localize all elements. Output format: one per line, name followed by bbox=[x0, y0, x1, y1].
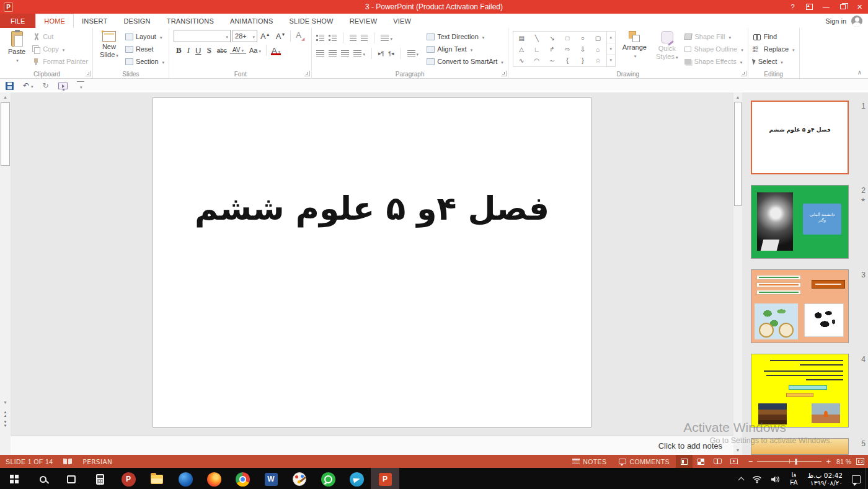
shape-item[interactable]: ▢ bbox=[595, 35, 601, 42]
tab-home[interactable]: HOME bbox=[35, 14, 74, 28]
thumb-scroll-up-arrow[interactable]: ▲ bbox=[733, 92, 742, 102]
justify-button[interactable] bbox=[353, 50, 365, 57]
align-text-button[interactable]: Align Text bbox=[427, 43, 503, 55]
grow-font-button[interactable]: A▲ bbox=[258, 32, 273, 41]
task-view-button[interactable] bbox=[57, 468, 86, 489]
shape-effects-button[interactable]: Shape Effects bbox=[684, 56, 743, 67]
volume-tray-button[interactable] bbox=[766, 468, 785, 489]
thumbnail-slide-2[interactable]: دانشمند آلمانی وگنر 2 ★ bbox=[742, 185, 868, 260]
fit-slide-to-window-button[interactable] bbox=[856, 458, 864, 465]
close-button[interactable]: ✕ bbox=[851, 0, 868, 14]
calculator-taskbar-button[interactable] bbox=[86, 468, 114, 489]
start-slideshow-button[interactable] bbox=[58, 83, 68, 89]
numbering-button[interactable] bbox=[329, 35, 337, 41]
sign-in-link[interactable]: Sign in bbox=[825, 17, 846, 25]
file-explorer-taskbar-button[interactable] bbox=[143, 468, 171, 489]
tab-transitions[interactable]: TRANSITIONS bbox=[159, 14, 222, 28]
layout-button[interactable]: Layout bbox=[125, 31, 164, 42]
new-slide-button[interactable]: New Slide bbox=[97, 30, 121, 69]
thumb-scrollbar-thumb[interactable] bbox=[734, 102, 742, 206]
blue-globe-app-taskbar-button[interactable] bbox=[171, 468, 200, 489]
font-dialog-launcher[interactable] bbox=[304, 71, 310, 76]
reading-view-button[interactable] bbox=[709, 455, 726, 468]
change-case-button[interactable]: Aa bbox=[247, 47, 264, 54]
slideshow-view-button[interactable] bbox=[726, 455, 743, 468]
align-right-button[interactable] bbox=[341, 50, 349, 56]
shape-item[interactable]: ⌂ bbox=[596, 46, 600, 53]
next-slide-button[interactable]: ▼ ▼ bbox=[0, 420, 11, 428]
tab-insert[interactable]: INSERT bbox=[74, 14, 115, 28]
telegram-taskbar-button[interactable] bbox=[342, 468, 371, 489]
shape-item[interactable]: ↘ bbox=[549, 35, 554, 42]
align-left-button[interactable] bbox=[316, 50, 324, 56]
tab-review[interactable]: REVIEW bbox=[342, 14, 386, 28]
underline-button[interactable]: U bbox=[193, 46, 203, 55]
previous-slide-button[interactable]: ▲ ▲ bbox=[0, 410, 11, 418]
shape-item[interactable]: □ bbox=[565, 35, 569, 42]
thumb-scroll-down-arrow[interactable]: ▼ bbox=[733, 446, 742, 455]
slide-counter[interactable]: SLIDE 1 OF 14 bbox=[6, 458, 53, 465]
convert-smartart-button[interactable]: Convert to SmartArt bbox=[427, 56, 503, 67]
shapes-scroll-up[interactable]: ▲ bbox=[607, 32, 615, 43]
arrange-button[interactable]: Arrange bbox=[620, 30, 649, 69]
restore-button[interactable] bbox=[835, 0, 851, 14]
undo-button[interactable]: ↶ bbox=[23, 81, 33, 90]
reset-button[interactable]: Reset bbox=[125, 43, 164, 55]
clipboard-dialog-launcher[interactable] bbox=[86, 71, 91, 76]
search-button[interactable] bbox=[29, 468, 57, 489]
bold-button[interactable]: B bbox=[174, 45, 184, 55]
font-size-combobox[interactable]: 28+ bbox=[232, 30, 257, 42]
powerpoint-taskbar-button[interactable] bbox=[371, 468, 399, 489]
shape-item[interactable]: ∿ bbox=[519, 57, 524, 64]
align-center-button[interactable] bbox=[329, 50, 337, 56]
shape-item[interactable]: ⇩ bbox=[580, 46, 585, 53]
thumbnail-slide-1[interactable]: فصل ۴و ۵ علوم ششم 1 bbox=[742, 101, 868, 176]
whatsapp-taskbar-button[interactable] bbox=[314, 468, 342, 489]
shape-item[interactable]: { bbox=[566, 57, 568, 64]
zoom-out-button[interactable]: − bbox=[748, 459, 753, 465]
shapes-scroll-down[interactable]: ▼ bbox=[607, 43, 615, 55]
zoom-slider-thumb[interactable] bbox=[795, 459, 797, 465]
shape-outline-button[interactable]: Shape Outline bbox=[684, 43, 743, 55]
language-indicator[interactable]: PERSIAN bbox=[82, 458, 112, 465]
clear-formatting-button[interactable]: A◢ bbox=[293, 30, 307, 42]
quick-styles-button[interactable]: Quick Styles bbox=[653, 30, 680, 69]
thumbnail-image-3[interactable] bbox=[751, 269, 849, 343]
tab-file[interactable]: FILE bbox=[0, 14, 35, 28]
shape-item[interactable]: ◠ bbox=[534, 57, 539, 64]
zoom-slider[interactable] bbox=[757, 461, 822, 462]
help-button[interactable]: ? bbox=[784, 0, 801, 14]
tab-view[interactable]: VIEW bbox=[385, 14, 419, 28]
slide-sorter-view-button[interactable] bbox=[693, 455, 709, 468]
format-painter-button[interactable]: Format Painter bbox=[32, 56, 88, 67]
paint-app-taskbar-button[interactable] bbox=[285, 468, 314, 489]
scroll-up-arrow[interactable]: ▲ bbox=[0, 92, 11, 102]
font-name-combobox[interactable] bbox=[174, 30, 231, 42]
firefox-taskbar-button[interactable] bbox=[200, 468, 228, 489]
start-button[interactable] bbox=[0, 468, 29, 489]
tab-slideshow[interactable]: SLIDE SHOW bbox=[281, 14, 342, 28]
slide-scrollbar[interactable]: ▲ ▼ ▲ ▲ ▼ ▼ bbox=[0, 92, 11, 455]
minimize-button[interactable]: — bbox=[818, 0, 835, 14]
shape-item[interactable]: ☆ bbox=[595, 57, 601, 64]
shape-item[interactable]: ▤ bbox=[518, 35, 524, 42]
collapse-ribbon-button[interactable] bbox=[857, 68, 862, 76]
psiphon-taskbar-button[interactable] bbox=[114, 468, 143, 489]
line-spacing-button[interactable] bbox=[381, 34, 392, 42]
replace-button[interactable]: abacReplace bbox=[753, 43, 795, 55]
comments-toggle-button[interactable]: COMMENTS bbox=[613, 455, 675, 468]
increase-indent-button[interactable] bbox=[361, 35, 368, 41]
wifi-tray-button[interactable] bbox=[748, 468, 766, 489]
language-tray-indicator[interactable]: فا FA bbox=[785, 472, 802, 487]
thumbnail-image-4[interactable] bbox=[751, 354, 849, 428]
spell-check-icon[interactable] bbox=[63, 458, 72, 465]
action-center-button[interactable] bbox=[848, 468, 865, 489]
user-avatar[interactable] bbox=[851, 16, 862, 27]
slide-canvas[interactable]: فصل ۴و ۵ علوم ششم bbox=[153, 97, 591, 428]
shape-item[interactable]: ╲ bbox=[535, 35, 539, 42]
shape-item[interactable]: ∼ bbox=[549, 57, 554, 64]
notes-toggle-button[interactable]: NOTES bbox=[566, 455, 613, 468]
shapes-more-button[interactable]: ▼ bbox=[607, 55, 615, 66]
tab-design[interactable]: DESIGN bbox=[115, 14, 158, 28]
customize-qat-button[interactable] bbox=[77, 81, 84, 91]
